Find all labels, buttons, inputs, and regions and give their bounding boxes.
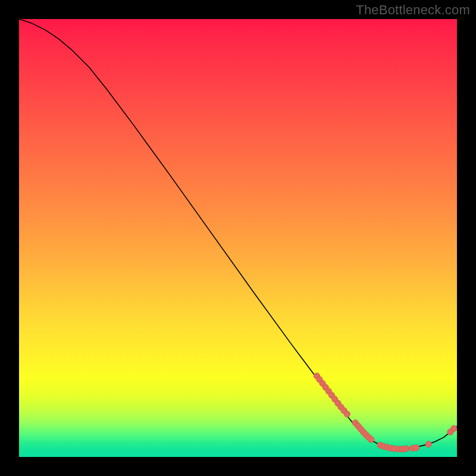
bottleneck-curve bbox=[19, 19, 457, 449]
attribution-label: TheBottleneck.com bbox=[356, 2, 470, 18]
data-marker bbox=[451, 425, 457, 431]
plot-area bbox=[19, 19, 457, 457]
data-marker bbox=[344, 411, 350, 417]
data-marker bbox=[368, 436, 374, 442]
data-marker bbox=[403, 446, 409, 452]
data-markers bbox=[314, 373, 457, 452]
chart-frame: TheBottleneck.com bbox=[0, 0, 476, 476]
data-marker bbox=[425, 441, 431, 447]
chart-svg bbox=[19, 19, 457, 457]
data-marker bbox=[413, 444, 419, 450]
